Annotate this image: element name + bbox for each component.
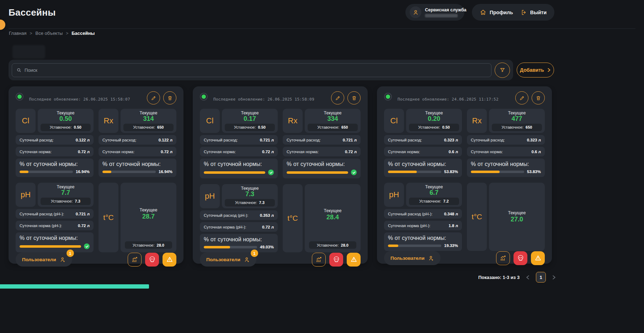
ph-setpoint: Уставочное: 7.3 <box>41 198 91 205</box>
rx-current-box: Текущее 477 Уставочное: 650 <box>489 109 545 133</box>
temp-panel: t°C Текущее 28.7 Уставочное: 28.0 <box>99 183 176 252</box>
alarm-button[interactable] <box>513 251 527 265</box>
cl-current-value: 0.17 <box>244 116 256 123</box>
chevron-right-icon <box>552 275 556 280</box>
profile-button[interactable]: Профиль <box>480 9 513 16</box>
status-indicator <box>200 93 208 101</box>
ph-current-value: 7.3 <box>245 191 254 198</box>
cl-current-box: Текущее 0.17 Уставочное: 0.50 <box>222 109 278 133</box>
ph-panel: pH Текущее 7.3 Уставочное: 7.3 Суточный … <box>200 184 278 252</box>
ph-daily-consumption-row: Суточный расход (pH-): 0.721 л <box>16 209 94 219</box>
temp-setpoint: Уставочное: 28.0 <box>309 241 356 249</box>
cl-setpoint: Уставочное: 0.50 <box>41 124 91 131</box>
stats-button[interactable] <box>128 253 142 267</box>
chevron-right-icon <box>547 68 551 72</box>
edit-button[interactable] <box>147 91 160 104</box>
delete-button[interactable] <box>347 91 361 104</box>
add-button[interactable]: Добавить <box>517 63 554 77</box>
cl-daily-consumption-row: Суточный расход: 0.122 л <box>16 135 94 145</box>
alarm-button[interactable] <box>329 253 343 267</box>
service-account-pill[interactable]: Сервисная служба <box>405 4 464 21</box>
stats-button[interactable] <box>312 253 326 267</box>
logout-button[interactable]: Выйти <box>521 9 547 16</box>
skull-icon <box>333 256 340 263</box>
ph-daily-norm-row: Суточная норма (pH-): 1.8 л <box>384 221 462 230</box>
ph-progress-track <box>20 245 81 248</box>
filter-button[interactable] <box>495 63 510 78</box>
search-box[interactable] <box>12 63 491 77</box>
delete-button[interactable] <box>532 91 545 104</box>
users-button[interactable]: Пользователи 1 <box>16 252 72 267</box>
rx-current-value: 334 <box>327 116 338 123</box>
page-number-button[interactable]: 1 <box>536 272 546 283</box>
breadcrumb-home[interactable]: Главная <box>9 31 26 36</box>
ph-current-box: Текущее 7.3 Уставочное: 7.3 <box>222 184 278 208</box>
pagination-summary: Показано: 1-3 из 3 <box>478 275 520 280</box>
cl-panel: Cl Текущее 0.17 Уставочное: 0.50 Суточны… <box>200 109 278 178</box>
page-prev-button[interactable] <box>525 274 530 280</box>
cl-daily-norm-row: Суточная норма: 0.72 л <box>16 147 94 156</box>
alarm-button[interactable] <box>145 253 159 267</box>
cl-daily-norm-row: Суточная норма: 0.72 л <box>200 147 278 156</box>
cl-setpoint: Уставочное: 0.50 <box>225 124 275 131</box>
rx-progress-fill <box>102 171 111 173</box>
rx-percent-row: % от суточной нормы: 16.94% <box>99 159 176 177</box>
card-header: Последнее обновление: 26.06.2025 15:58:0… <box>16 91 176 104</box>
last-update: Последнее обновление: 26.06.2025 15:58:0… <box>213 97 314 102</box>
ph-percent-value: 49.03% <box>260 245 274 249</box>
temp-panel: t°C Текущее 27.0 Уставочное: <box>467 183 545 251</box>
cl-percent-value: 16.94% <box>76 170 90 174</box>
warning-button[interactable] <box>531 251 545 265</box>
rx-symbol: Rx <box>283 109 303 133</box>
card-header: Последнее обновление: 26.06.2025 15:58:0… <box>200 91 361 104</box>
check-icon <box>351 170 357 175</box>
cl-current-box: Текущее 0.20 Уставочное: 0.50 <box>406 109 462 133</box>
trash-icon <box>351 95 357 101</box>
ph-percent-value: 19.33% <box>444 243 458 248</box>
breadcrumb-current: Бассейны <box>71 31 95 36</box>
ph-symbol: pH <box>200 184 220 208</box>
user-icon <box>413 9 419 16</box>
rx-progress-track <box>471 171 524 173</box>
rx-panel: Rx Текущее 314 Уставочное: 650 Суточный … <box>99 109 176 177</box>
breadcrumb-separator: > <box>30 31 32 36</box>
users-button[interactable]: Пользователи 1 <box>200 252 256 267</box>
warning-triangle-icon <box>534 254 542 262</box>
cl-symbol: Cl <box>200 109 220 133</box>
skull-icon <box>149 256 156 263</box>
warning-button[interactable] <box>163 253 176 267</box>
pool-card: Последнее обновление: 26.06.2025 15:58:0… <box>193 86 368 264</box>
search-input[interactable] <box>25 68 487 73</box>
users-button[interactable]: Пользователи <box>384 251 441 265</box>
edit-button[interactable] <box>515 91 528 104</box>
stats-button[interactable] <box>496 251 510 265</box>
rx-current-value: 314 <box>143 116 154 123</box>
pencil-icon <box>151 95 156 101</box>
page-next-button[interactable] <box>552 274 557 280</box>
breadcrumb-all-objects[interactable]: Все объекты <box>36 31 63 36</box>
last-update-time: 26.06.2025 15:58:07 <box>83 97 130 102</box>
ph-current-value: 7.7 <box>61 189 70 197</box>
edit-button[interactable] <box>331 91 344 104</box>
pool-card-list: Последнее обновление: 26.06.2025 15:58:0… <box>9 86 552 264</box>
cl-symbol: Cl <box>16 109 36 133</box>
warning-button[interactable] <box>347 253 361 267</box>
cl-progress-track <box>204 171 265 174</box>
ph-panel: pH Текущее 7.7 Уставочное: 7.3 Суточный … <box>16 183 94 252</box>
pagination: Показано: 1-3 из 3 1 <box>478 272 557 283</box>
skull-icon <box>517 254 524 262</box>
ph-panel: pH Текущее 6.7 Уставочное: 7.2 Суточный … <box>384 183 462 251</box>
delete-button[interactable] <box>163 91 176 104</box>
cl-progress-track <box>20 171 73 173</box>
cl-daily-norm-row: Суточная норма: 0.6 л <box>384 147 462 156</box>
search-icon <box>16 68 22 73</box>
ph-setpoint: Уставочное: 7.3 <box>225 199 275 206</box>
rx-daily-consumption-row: Суточный расход: 0.721 л <box>283 135 361 145</box>
cl-percent-row: % от суточной нормы: <box>200 159 278 178</box>
last-update: Последнее обновление: 24.06.2025 11:17:5… <box>398 97 499 102</box>
temp-setpoint: Уставочное: 28.0 <box>125 241 172 249</box>
sidebar-expand-button[interactable] <box>0 20 5 30</box>
temp-current-value: 27.0 <box>511 216 523 223</box>
home-icon <box>480 9 486 16</box>
rx-current-box: Текущее 314 Уставочное: 650 <box>121 109 176 133</box>
